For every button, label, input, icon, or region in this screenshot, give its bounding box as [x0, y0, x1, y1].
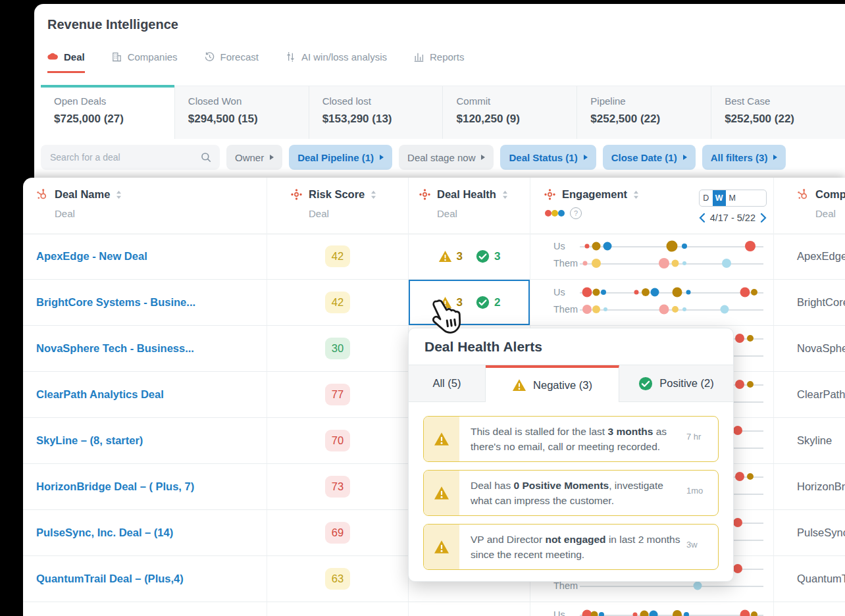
deal-name-link[interactable]: QuantumTrail Deal – (Plus,4): [23, 556, 267, 602]
engagement-dot[interactable]: [735, 334, 744, 343]
engagement-dot[interactable]: [672, 306, 679, 313]
engagement-dot[interactable]: [632, 613, 637, 616]
engagement-dot[interactable]: [603, 307, 607, 311]
engagement-dot[interactable]: [582, 288, 592, 297]
engagement-dot[interactable]: [747, 473, 754, 480]
period-option-m[interactable]: M: [726, 190, 739, 206]
deal-name-link[interactable]: HorizonBridge Deal – ( Plus, 7): [23, 464, 267, 509]
filter-chip-deal-status-1-[interactable]: Deal Status (1): [500, 145, 596, 170]
nav-tab-companies[interactable]: Companies: [111, 51, 178, 73]
deal-name-link[interactable]: ClearPath Analytics Deal: [23, 372, 267, 417]
engagement-dot[interactable]: [735, 472, 744, 481]
alert-item[interactable]: VP and Director not engaged in last 2 mo…: [423, 524, 719, 570]
engagement-dot[interactable]: [591, 611, 598, 616]
summary-card-best-case[interactable]: Best Case$252,500 (22): [711, 86, 845, 139]
engagement-dot[interactable]: [649, 611, 657, 616]
engagement-dot[interactable]: [599, 612, 604, 616]
engagement-dot[interactable]: [684, 612, 689, 616]
deal-name-link[interactable]: SkyLine – (8, starter): [23, 418, 267, 463]
filter-chip-deal-stage-now[interactable]: Deal stage now: [399, 145, 494, 170]
engagement-dot[interactable]: [672, 260, 679, 267]
engagement-dot[interactable]: [659, 258, 669, 269]
engagement-dot[interactable]: [592, 242, 601, 251]
popup-tab-negative-3-[interactable]: Negative (3): [486, 365, 619, 402]
engagement-dot[interactable]: [733, 518, 742, 527]
engagement-dot[interactable]: [642, 288, 650, 296]
column-header-deal-health[interactable]: Deal Health Deal: [408, 178, 530, 234]
sort-icon[interactable]: [502, 190, 508, 199]
engagement-dot[interactable]: [666, 241, 677, 252]
deal-name-link[interactable]: ApexEdge - New Deal: [23, 234, 267, 279]
engagement-dot[interactable]: [593, 289, 600, 296]
deal-health-cell[interactable]: [408, 602, 530, 616]
period-option-d[interactable]: D: [700, 190, 713, 206]
engagement-dot[interactable]: [686, 290, 690, 295]
period-option-w[interactable]: W: [713, 190, 726, 206]
engagement-dot[interactable]: [672, 288, 682, 297]
summary-card-closed-won[interactable]: Closed Won$294,500 (15): [174, 86, 309, 139]
search-input[interactable]: [49, 151, 200, 163]
filter-chip-owner[interactable]: Owner: [226, 145, 282, 170]
column-header-company[interactable]: Company Deal: [773, 178, 845, 234]
column-header-risk-score[interactable]: Risk Score Deal: [267, 178, 408, 234]
popup-tab-positive-2-[interactable]: Positive (2): [619, 365, 733, 402]
engagement-dot[interactable]: [682, 307, 686, 311]
engagement-dot[interactable]: [585, 244, 590, 249]
search-box[interactable]: [41, 145, 220, 170]
popup-tab-all-5-[interactable]: All (5): [409, 365, 486, 402]
nav-tab-deal[interactable]: Deal: [47, 51, 85, 73]
engagement-dot[interactable]: [582, 305, 592, 314]
summary-card-pipeline[interactable]: Pipeline$252,500 (22): [576, 86, 711, 139]
sort-icon[interactable]: [371, 190, 376, 199]
engagement-dot[interactable]: [751, 289, 757, 295]
engagement-dot[interactable]: [640, 611, 648, 616]
engagement-dot[interactable]: [651, 288, 659, 297]
engagement-dot[interactable]: [659, 305, 669, 315]
engagement-dot[interactable]: [592, 259, 601, 268]
deal-name-link[interactable]: BrightCore Systems - Busine...: [23, 280, 267, 325]
deal-health-cell[interactable]: 33: [408, 234, 530, 279]
engagement-dot[interactable]: [751, 611, 757, 616]
engagement-dot[interactable]: [740, 288, 750, 297]
filter-chip-close-date-1-[interactable]: Close Date (1): [603, 145, 696, 170]
deal-name-link[interactable]: NovaSphere Tech - Business...: [23, 326, 267, 371]
engagement-dot[interactable]: [603, 242, 611, 251]
alert-item[interactable]: This deal is stalled for the last 3 mont…: [423, 416, 719, 462]
engagement-dot[interactable]: [721, 305, 729, 314]
engagement-dot[interactable]: [740, 610, 750, 616]
column-header-engagement[interactable]: Engagement ? DWM 4/17 - 5/22: [530, 178, 773, 234]
summary-card-open-deals[interactable]: Open Deals$725,000 (27): [41, 85, 174, 139]
filter-chip-all-filters-3-[interactable]: All filters (3): [702, 145, 786, 170]
summary-card-closed-lost[interactable]: Closed lost$153,290 (13): [309, 86, 443, 139]
nav-tab-ai-win-loss-analysis[interactable]: AI win/loss analysis: [285, 51, 387, 73]
engagement-dot[interactable]: [673, 610, 682, 616]
engagement-dot[interactable]: [682, 261, 686, 265]
period-toggle[interactable]: DWM: [699, 190, 767, 207]
next-period-icon[interactable]: [760, 213, 767, 222]
engagement-dot[interactable]: [682, 244, 687, 249]
nav-tab-forecast[interactable]: Forecast: [204, 51, 259, 73]
engagement-dot[interactable]: [735, 380, 744, 389]
engagement-dot[interactable]: [601, 290, 606, 295]
deal-name-link[interactable]: PulseSync, Inc. Deal – (14): [23, 510, 267, 555]
sort-icon[interactable]: [633, 190, 639, 199]
engagement-dot[interactable]: [747, 335, 754, 342]
engagement-dot[interactable]: [634, 290, 639, 295]
engagement-dot[interactable]: [583, 261, 588, 266]
engagement-dot[interactable]: [733, 426, 742, 435]
engagement-dot[interactable]: [722, 259, 731, 268]
engagement-dot[interactable]: [733, 564, 742, 573]
sort-icon[interactable]: [116, 190, 122, 199]
legend-dot: [558, 210, 565, 217]
alert-item[interactable]: Deal has 0 Positive Moments, investigate…: [423, 470, 719, 516]
prev-period-icon[interactable]: [699, 213, 705, 222]
summary-card-commit[interactable]: Commit$120,250 (9): [442, 86, 576, 139]
help-icon[interactable]: ?: [570, 207, 582, 219]
filter-chip-deal-pipeline-1-[interactable]: Deal Pipeline (1): [289, 145, 392, 170]
engagement-dot[interactable]: [747, 381, 754, 388]
nav-tab-reports[interactable]: Reports: [413, 51, 465, 73]
deal-name-link[interactable]: [23, 602, 267, 616]
column-header-deal-name[interactable]: Deal Name Deal: [23, 178, 267, 234]
engagement-dot[interactable]: [745, 241, 755, 251]
engagement-dot[interactable]: [592, 305, 600, 313]
